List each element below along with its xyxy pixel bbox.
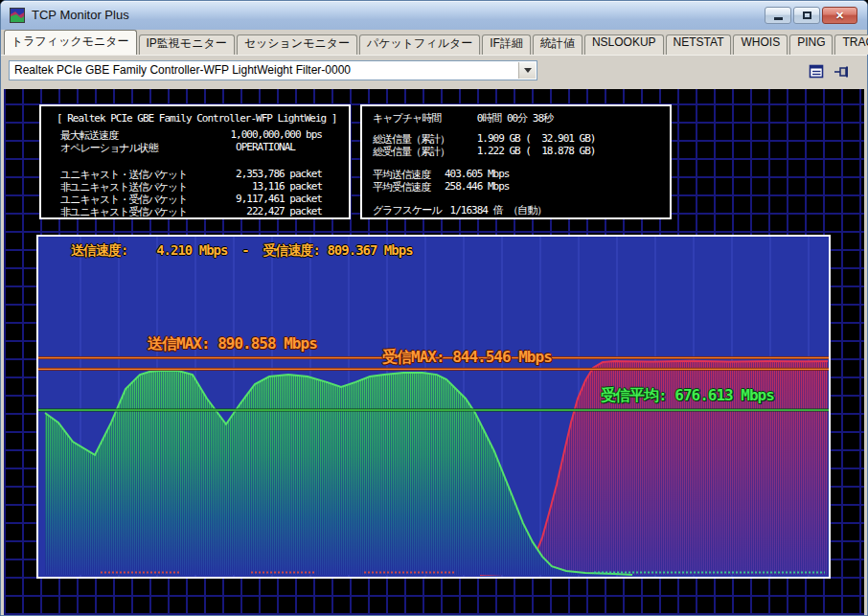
tab-IP監視モニター[interactable]: IP監視モニター: [139, 34, 235, 55]
tab-NETSTAT[interactable]: NETSTAT: [666, 34, 732, 55]
tab-NSLOOKUP[interactable]: NSLOOKUP: [584, 34, 664, 55]
stat-value: 0時間 00分 38秒: [445, 111, 553, 125]
minimize-icon: [774, 17, 783, 20]
stat-label: 非ユニキャスト受信パケット: [60, 205, 188, 219]
pushpin-icon: [834, 64, 851, 80]
stat-label: キャプチャ時間: [373, 111, 441, 125]
traffic-graph: 送信速度: 4.210 Mbps - 受信速度: 809.367 Mbps 送信…: [36, 235, 831, 579]
send-max-label: 送信MAX: 890.858 Mbps: [148, 334, 317, 354]
tab-セッションモニター[interactable]: セッションモニター: [237, 34, 357, 55]
stat-value: 1.909 GB ( 32.901 GB): [445, 132, 595, 145]
adapter-select-value: Realtek PCIe GBE Family Controller-WFP L…: [14, 63, 351, 77]
log-list-icon: [809, 64, 825, 80]
log-list-button[interactable]: [807, 62, 826, 81]
stat-label: オペレーショナル状態: [60, 141, 158, 155]
toolbar: Realtek PCIe GBE Family Controller-WFP L…: [1, 55, 867, 90]
capture-stats-panel: キャプチャ時間 0時間 00分 38秒総送信量（累計） 1.909 GB ( 3…: [360, 104, 672, 219]
stat-label: 総受信量（累計）: [373, 145, 449, 159]
stat-value: 403.605 Mbps: [445, 168, 509, 180]
tab-PING[interactable]: PING: [789, 34, 833, 55]
stat-label: 平均受信速度: [373, 180, 430, 194]
tab-WHOIS[interactable]: WHOIS: [733, 34, 788, 55]
recv-avg-label: 受信平均: 676.613 Mbps: [601, 386, 774, 406]
tab-トラフィックモニター[interactable]: トラフィックモニター: [4, 30, 137, 55]
adapter-stats-panel: [ Realtek PCIe GBE Family Controller-WFP…: [39, 104, 351, 219]
tab-TRACERT[interactable]: TRACERT: [834, 34, 868, 55]
maximize-icon: [803, 11, 811, 19]
stat-value: 13,116 packet: [252, 180, 322, 193]
title-bar: TCP Monitor Plus ✕: [1, 1, 867, 30]
minimize-button[interactable]: [765, 7, 791, 24]
stat-value: 2,353,786 packet: [236, 168, 322, 180]
window-controls: ✕: [765, 7, 857, 24]
stat-value: OPERATIONAL: [236, 141, 322, 153]
tab-パケットフィルター[interactable]: パケットフィルター: [359, 34, 480, 55]
maximize-button[interactable]: [793, 7, 820, 24]
current-speed-caption: 送信速度: 4.210 Mbps - 受信速度: 809.367 Mbps: [71, 242, 413, 260]
stat-value: 258.446 Mbps: [445, 180, 509, 193]
stat-label: グラフスケール: [373, 203, 442, 217]
tab-統計値[interactable]: 統計値: [533, 34, 582, 55]
stat-value: 9,117,461 packet: [236, 193, 322, 205]
close-button[interactable]: ✕: [822, 7, 857, 24]
pin-window-button[interactable]: [833, 62, 852, 81]
adapter-select[interactable]: Realtek PCIe GBE Family Controller-WFP L…: [9, 60, 537, 80]
tab-IF詳細[interactable]: IF詳細: [482, 34, 531, 55]
client-area: [ Realtek PCIe GBE Family Controller-WFP…: [4, 89, 864, 615]
app-icon: [10, 8, 25, 23]
app-window: TCP Monitor Plus ✕ トラフィックモニターIP監視モニターセッシ…: [0, 0, 868, 616]
stat-value: 1/16384 倍 （自動）: [445, 203, 546, 217]
close-icon: ✕: [835, 10, 844, 22]
adapter-stats-title: [ Realtek PCIe GBE Family Controller-WFP…: [57, 112, 336, 125]
traffic-chart-svg: [38, 237, 829, 577]
tab-bar: トラフィックモニターIP監視モニターセッションモニターパケットフィルターIF詳細…: [1, 31, 867, 55]
recv-max-label: 受信MAX: 844.546 Mbps: [382, 348, 552, 368]
stat-value: 222,427 packet: [246, 205, 322, 217]
stat-value: 1.222 GB ( 18.878 GB): [445, 145, 595, 157]
chevron-down-icon[interactable]: [518, 62, 536, 79]
stat-value: 1,000,000,000 bps: [230, 128, 322, 141]
window-title: TCP Monitor Plus: [32, 8, 129, 22]
